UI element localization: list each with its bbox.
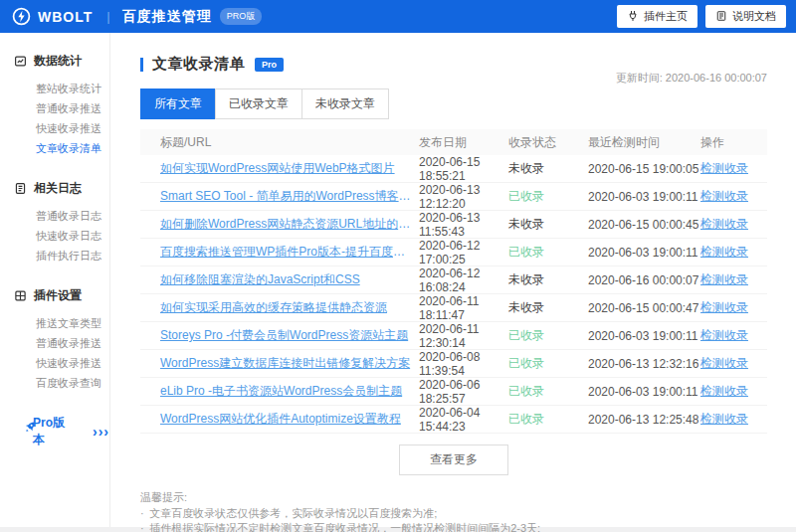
brand-logo: WBOLT xyxy=(12,7,93,26)
tabs-row: 所有文章已收录文章未收录文章 xyxy=(140,89,767,119)
sidebar-section: 相关日志普通收录日志快速收录日志插件执行日志 xyxy=(0,180,109,266)
chart-icon xyxy=(14,55,27,68)
article-title-link[interactable]: 百度搜索推送管理WP插件Pro版本-提升百度收录效率 xyxy=(160,244,414,261)
load-more-wrap: 查看更多 xyxy=(140,444,767,475)
article-title-link[interactable]: 如何实现WordPress网站使用WebP格式图片 xyxy=(160,160,414,177)
load-more-button[interactable]: 查看更多 xyxy=(399,444,508,475)
action-cell: 检测收录 xyxy=(700,160,767,177)
publish-date: 2020-06-11 18:11:47 xyxy=(419,294,508,322)
plugin-home-button[interactable]: 插件主页 xyxy=(617,5,697,28)
last-check-time: 2020-06-03 19:00:11 xyxy=(588,246,700,260)
status-badge: 已收录 xyxy=(508,411,588,428)
check-inclusion-link[interactable]: 检测收录 xyxy=(700,272,748,286)
tab-filter[interactable]: 所有文章 xyxy=(140,89,216,119)
title-cell: WordPress网站优化插件Autoptimize设置教程 xyxy=(140,411,419,428)
check-inclusion-link[interactable]: 检测收录 xyxy=(700,412,748,426)
logo-text: WBOLT xyxy=(38,9,93,25)
last-check-time: 2020-06-15 00:00:47 xyxy=(588,301,700,315)
column-header: 发布日期 xyxy=(419,134,508,151)
status-badge: 已收录 xyxy=(508,383,588,400)
sidebar-sections: 数据统计整站收录统计普通收录推送快速收录推送文章收录清单相关日志普通收录日志快速… xyxy=(0,53,109,393)
publish-date: 2020-06-13 12:12:20 xyxy=(419,183,508,211)
action-cell: 检测收录 xyxy=(700,299,767,316)
last-check-time: 2020-06-15 00:00:45 xyxy=(588,218,700,232)
title-cell: 如何删除WordPress网站静态资源URL地址的查询字符串 xyxy=(140,216,419,233)
article-title-link[interactable]: WordPress网站优化插件Autoptimize设置教程 xyxy=(160,411,414,428)
title-accent-bar xyxy=(140,58,143,72)
log-icon xyxy=(14,182,27,195)
tips-block: 温馨提示: 文章百度收录状态仅供参考，实际收录情况以百度搜索为准;插件根据实际情… xyxy=(140,490,767,532)
sidebar-section-title: 插件设置 xyxy=(34,287,82,304)
sidebar-section: 数据统计整站收录统计普通收录推送快速收录推送文章收录清单 xyxy=(0,53,109,158)
rocket-icon xyxy=(13,425,27,439)
bolt-icon xyxy=(12,7,31,26)
sidebar-section-title: 数据统计 xyxy=(34,53,82,70)
article-title-link[interactable]: Smart SEO Tool - 简单易用的WordPress博客SEO优化插件 xyxy=(160,188,414,205)
publish-date: 2020-06-11 12:30:14 xyxy=(419,322,508,350)
chevrons-right-icon: ››› xyxy=(93,424,109,440)
check-inclusion-link[interactable]: 检测收录 xyxy=(700,161,748,175)
status-badge: 已收录 xyxy=(508,188,588,205)
article-title-link[interactable]: 如何移除阻塞渲染的JavaScript和CSS xyxy=(160,271,414,288)
sidebar-section-title: 相关日志 xyxy=(34,180,82,197)
sidebar-item[interactable]: 快速收录推送 xyxy=(0,118,109,138)
publish-date: 2020-06-12 17:00:25 xyxy=(419,239,508,266)
last-check-time: 2020-06-13 12:25:48 xyxy=(588,413,700,427)
sidebar-pro-link[interactable]: Pro版本 ››› xyxy=(0,415,109,448)
sidebar-item[interactable]: 推送文章类型 xyxy=(0,313,109,333)
sidebar-item[interactable]: 百度收录查询 xyxy=(0,373,109,393)
status-badge: 已收录 xyxy=(508,355,588,372)
sidebar-item[interactable]: 文章收录清单 xyxy=(0,138,109,158)
publish-date: 2020-06-15 18:55:21 xyxy=(419,155,508,183)
check-inclusion-link[interactable]: 检测收录 xyxy=(700,189,748,203)
tab-filter[interactable]: 已收录文章 xyxy=(215,89,302,119)
header-divider: | xyxy=(106,9,109,24)
last-check-time: 2020-06-03 19:00:11 xyxy=(588,329,700,343)
check-inclusion-link[interactable]: 检测收录 xyxy=(700,356,748,370)
check-inclusion-link[interactable]: 检测收录 xyxy=(700,245,748,259)
status-badge: 未收录 xyxy=(508,216,588,233)
article-title-link[interactable]: WordPress建立数据库连接时出错修复解决方案 xyxy=(160,355,414,372)
table-row: 如何移除阻塞渲染的JavaScript和CSS2020-06-12 16:08:… xyxy=(140,266,767,294)
check-inclusion-link[interactable]: 检测收录 xyxy=(700,384,748,398)
publish-date: 2020-06-06 18:25:57 xyxy=(419,378,508,406)
publish-date: 2020-06-04 15:44:23 xyxy=(419,406,508,434)
title-cell: 如何实现WordPress网站使用WebP格式图片 xyxy=(140,160,419,177)
title-cell: 百度搜索推送管理WP插件Pro版本-提升百度收录效率 xyxy=(140,244,419,261)
tab-filter[interactable]: 未收录文章 xyxy=(301,89,389,119)
action-cell: 检测收录 xyxy=(700,327,767,344)
tips-title: 温馨提示: xyxy=(140,490,767,505)
plugin-admin-page: WBOLT | 百度推送管理 PRO版 插件主页 说明文档 数据统计整站收录统计… xyxy=(0,0,796,527)
title-cell: Smart SEO Tool - 简单易用的WordPress博客SEO优化插件 xyxy=(140,188,419,205)
article-title-link[interactable]: 如何实现采用高效的缓存策略提供静态资源 xyxy=(160,299,414,316)
action-cell: 检测收录 xyxy=(700,188,767,205)
action-cell: 检测收录 xyxy=(700,271,767,288)
sidebar-item[interactable]: 插件执行日志 xyxy=(0,246,109,266)
title-cell: WordPress建立数据库连接时出错修复解决方案 xyxy=(140,355,419,372)
check-inclusion-link[interactable]: 检测收录 xyxy=(700,328,748,342)
table-row: 如何删除WordPress网站静态资源URL地址的查询字符串2020-06-13… xyxy=(140,211,767,239)
sidebar-item[interactable]: 普通收录推送 xyxy=(0,333,109,353)
header-actions: 插件主页 说明文档 xyxy=(617,5,786,28)
sidebar-item[interactable]: 快速收录推送 xyxy=(0,353,109,373)
sidebar-item[interactable]: 整站收录统计 xyxy=(0,79,109,98)
sidebar-section: 插件设置推送文章类型普通收录推送快速收录推送百度收录查询 xyxy=(0,287,109,393)
title-cell: 如何实现采用高效的缓存策略提供静态资源 xyxy=(140,299,419,316)
sidebar: 数据统计整站收录统计普通收录推送快速收录推送文章收录清单相关日志普通收录日志快速… xyxy=(0,33,109,527)
title-cell: 如何移除阻塞渲染的JavaScript和CSS xyxy=(140,271,419,288)
last-check-time: 2020-06-13 12:32:16 xyxy=(588,357,700,371)
last-check-time: 2020-06-03 19:00:11 xyxy=(588,190,700,204)
filter-tabs: 所有文章已收录文章未收录文章 xyxy=(140,89,389,119)
docs-button[interactable]: 说明文档 xyxy=(705,5,786,28)
sidebar-item[interactable]: 普通收录推送 xyxy=(0,98,109,118)
check-inclusion-link[interactable]: 检测收录 xyxy=(700,300,748,314)
last-check-time: 2020-06-15 19:00:05 xyxy=(588,162,700,176)
sidebar-item[interactable]: 普通收录日志 xyxy=(0,206,109,226)
article-title-link[interactable]: Storeys Pro -付费会员制WordPress资源站主题 xyxy=(160,327,414,344)
sidebar-item[interactable]: 快速收录日志 xyxy=(0,226,109,246)
status-badge: 已收录 xyxy=(508,327,588,344)
tip-line: 插件根据实际情况不定时检测文章百度收录情况，一般情况检测时间间隔为2-3天; xyxy=(140,521,767,532)
check-inclusion-link[interactable]: 检测收录 xyxy=(700,217,748,231)
article-title-link[interactable]: 如何删除WordPress网站静态资源URL地址的查询字符串 xyxy=(160,216,414,233)
article-title-link[interactable]: eLib Pro -电子书资源站WordPress会员制主题 xyxy=(160,383,414,400)
